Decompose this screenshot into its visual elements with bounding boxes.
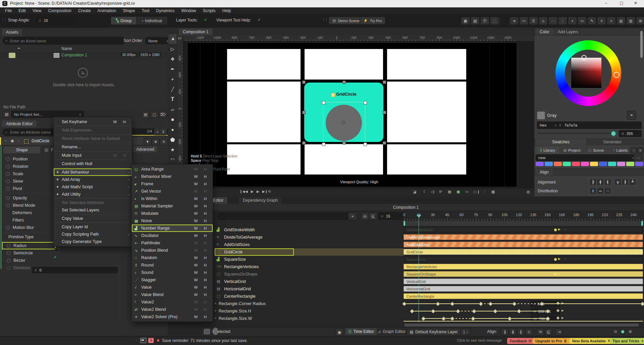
layer-track-bar[interactable]: GridCircle bbox=[404, 249, 643, 255]
submenu-item-number-range[interactable]: ▟Number RangeWH bbox=[132, 225, 213, 232]
align-right-button[interactable]: ┫ bbox=[604, 179, 611, 186]
selection-handle[interactable] bbox=[383, 81, 386, 84]
layer-track-bar[interactable]: RectangleVerticies bbox=[404, 264, 643, 269]
menu-scripts[interactable]: Scripts bbox=[200, 8, 219, 14]
attribute-row-radius[interactable]: Radius bbox=[2, 242, 56, 249]
key-tools2-button[interactable]: ⋸ bbox=[545, 329, 552, 335]
submenu-item-behaviour-mixer[interactable]: ◒Behaviour MixerWH bbox=[132, 173, 213, 180]
keyframe-diamond[interactable] bbox=[402, 302, 407, 306]
next-frame-button[interactable]: ▶ bbox=[257, 190, 259, 193]
menu-item-set-keyframe[interactable]: Set KeyframeWH bbox=[54, 118, 132, 126]
advanced-tab[interactable]: Advanced bbox=[133, 146, 157, 152]
radio-dot-icon[interactable] bbox=[7, 251, 10, 255]
keyframe-h-shortcut[interactable]: H bbox=[120, 153, 129, 157]
star-tool-icon[interactable]: ★ bbox=[168, 146, 177, 154]
snap-angle-input[interactable]: #15 bbox=[36, 17, 78, 24]
keyframe-w-shortcut[interactable]: W bbox=[191, 256, 201, 260]
keyframe-w-shortcut[interactable]: W bbox=[191, 211, 201, 215]
hex-value-field[interactable]: #7a7a7a bbox=[556, 121, 642, 129]
settings-gear-icon[interactable]: ⚙ bbox=[526, 190, 530, 195]
zoom-slider-dot[interactable] bbox=[621, 330, 624, 333]
layer-track-bar[interactable]: GridStrokeWidth bbox=[404, 227, 643, 233]
attribute-row-deformers[interactable]: Deformers bbox=[2, 209, 56, 216]
graph-editor-tab[interactable]: ⊿Graph Editor bbox=[375, 328, 408, 335]
keyframe-w-shortcut[interactable]: W bbox=[191, 315, 201, 319]
selection-handle[interactable] bbox=[302, 81, 306, 84]
keyframe-w-shortcut[interactable]: W bbox=[191, 293, 201, 297]
shape-selection-handle[interactable] bbox=[322, 143, 325, 146]
keyframe-h-shortcut[interactable]: H bbox=[201, 300, 210, 304]
submenu-item-value2-blend[interactable]: ⇄Value2 BlendWH bbox=[132, 306, 213, 313]
keyframe-diamond[interactable] bbox=[456, 309, 460, 313]
v-scrollbar[interactable] bbox=[213, 328, 218, 335]
submenu-item-get-vector[interactable]: ↗Get VectorWH bbox=[132, 188, 213, 195]
keyframe-dot-icon[interactable] bbox=[6, 165, 10, 168]
key-tools-button[interactable]: ⟲ bbox=[537, 329, 544, 335]
work-area-start-handle[interactable] bbox=[404, 221, 405, 226]
keyframe-diamond[interactable] bbox=[640, 302, 644, 306]
attribute-row-filters[interactable]: Filters bbox=[2, 216, 56, 224]
attribute-row-semicircle[interactable]: Semicircle bbox=[2, 249, 56, 257]
asset-row-composition[interactable]: Composition 130.00fps1920 x 1080 bbox=[0, 52, 168, 59]
skip-end-button[interactable]: ▶❙ bbox=[262, 190, 268, 193]
keyframe-h-shortcut[interactable]: H bbox=[201, 226, 210, 230]
layer-track-bar[interactable]: DivideToGetAverage bbox=[404, 234, 643, 240]
pen-icon[interactable]: ▭ bbox=[578, 17, 587, 25]
footer-align-button[interactable]: ┣ bbox=[501, 329, 508, 335]
keyframe-w-shortcut[interactable]: W bbox=[191, 189, 201, 193]
attribute-row-rotation[interactable]: Rotation bbox=[2, 163, 56, 170]
collapse-chevron-icon[interactable]: ⌄ bbox=[4, 138, 7, 142]
keyframe-w-shortcut[interactable]: W bbox=[191, 204, 201, 208]
alpha-slider-track[interactable] bbox=[538, 133, 613, 134]
align-h-icon[interactable]: ✎ bbox=[587, 17, 596, 25]
individual-toggle-button[interactable]: ▪Individual bbox=[136, 16, 168, 25]
align-left-button[interactable]: ┣ bbox=[589, 179, 597, 186]
keyframe-h-shortcut[interactable]: H bbox=[201, 204, 210, 208]
distribute-v-button[interactable]: ═ bbox=[597, 187, 604, 194]
moon-icon[interactable]: ⋮ bbox=[558, 17, 567, 25]
keyframe-h-shortcut[interactable]: H bbox=[201, 175, 210, 179]
color-swatch[interactable] bbox=[554, 162, 562, 166]
color-tab[interactable]: Color bbox=[536, 29, 553, 35]
keyframe-dot-icon[interactable] bbox=[6, 157, 10, 161]
keyframe-h-shortcut[interactable]: H bbox=[201, 256, 210, 260]
layer-track-bar[interactable]: CenterRectangle bbox=[404, 293, 643, 299]
keyframe-diamond[interactable] bbox=[410, 309, 414, 313]
keyframe-diamond[interactable] bbox=[507, 316, 512, 321]
pen-tool-icon[interactable]: ✒ bbox=[168, 65, 177, 73]
keyframe-diamond[interactable] bbox=[441, 316, 446, 321]
keyframe-h-shortcut[interactable]: H bbox=[201, 197, 210, 201]
alpha-field[interactable]: A255 bbox=[619, 130, 642, 137]
source-project-button[interactable]: ▤Project bbox=[560, 147, 583, 153]
project-icon-button[interactable]: ▧ bbox=[3, 111, 11, 118]
keyframe-w-shortcut[interactable]: W bbox=[191, 248, 201, 252]
keyframe-w-shortcut[interactable]: W bbox=[191, 175, 201, 179]
keyframe-h-shortcut[interactable]: H bbox=[201, 182, 210, 186]
tips-and-tricks-button[interactable]: Tips and Tricks✦ bbox=[610, 338, 644, 344]
attribute-row-blend-mode[interactable]: Blend Mode bbox=[2, 202, 56, 209]
panel-scrollbar[interactable] bbox=[640, 31, 643, 58]
menu-item-copy-scripting-path[interactable]: Copy Scripting Path› bbox=[54, 231, 132, 238]
keyframe-dot-icon[interactable] bbox=[6, 172, 10, 176]
footer-align-button[interactable]: ┫ bbox=[517, 329, 525, 335]
maximize-button[interactable]: ▢ bbox=[616, 1, 627, 5]
keyframe-w-shortcut[interactable]: W bbox=[191, 285, 201, 289]
line-tool-icon[interactable]: ╱ bbox=[168, 85, 177, 93]
split-icon[interactable]: ⋮ bbox=[483, 190, 486, 194]
keyframe-h-shortcut[interactable]: H bbox=[201, 167, 210, 171]
attribute-row-skew[interactable]: Skew bbox=[2, 178, 56, 185]
keyframe-h-shortcut[interactable]: H bbox=[120, 120, 129, 124]
keyframe-h-shortcut[interactable]: H bbox=[201, 211, 210, 215]
divisions-field[interactable]: #0 bbox=[32, 267, 118, 273]
columns-icon[interactable]: ≡ bbox=[607, 17, 616, 25]
menu-item-rename-[interactable]: Rename... bbox=[54, 143, 132, 151]
pin-button[interactable]: ▼ bbox=[144, 138, 152, 145]
sort-order-select[interactable]: None∨ bbox=[146, 37, 171, 44]
keyframe-w-shortcut[interactable]: W bbox=[191, 167, 201, 171]
color-swatch[interactable] bbox=[635, 162, 643, 166]
menu-item-control-with-null[interactable]: Control with Null bbox=[54, 160, 132, 167]
submenu-item-sound[interactable]: ♪SoundWH bbox=[132, 269, 213, 276]
keyframe-w-shortcut[interactable]: W bbox=[191, 226, 201, 230]
direct-select-tool-icon[interactable]: ▷ bbox=[168, 45, 177, 53]
keyframe-diamond[interactable] bbox=[471, 316, 475, 321]
